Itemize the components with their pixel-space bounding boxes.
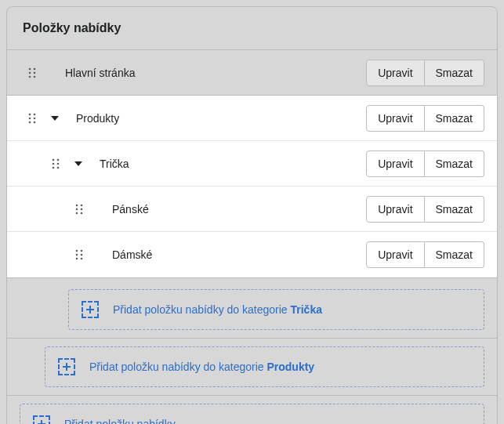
drag-handle-icon[interactable] [73,248,85,261]
svg-point-4 [29,75,31,78]
svg-point-9 [34,117,36,119]
menu-item-label: Hlavní stránka [65,67,366,79]
row-actions: Upravit Smazat [366,196,484,223]
add-dashed-icon [58,358,75,375]
svg-point-7 [34,113,36,115]
panel-title: Položky nabídky [7,7,497,50]
drag-handle-icon[interactable] [26,112,38,125]
add-item-label: Přidat položku nabídky do kategorie Prod… [89,361,314,373]
menu-item-row[interactable]: Dámské Upravit Smazat [7,232,497,277]
menu-item-label: Pánské [112,203,366,216]
row-actions: Upravit Smazat [366,105,484,132]
row-actions: Upravit Smazat [366,150,484,177]
svg-point-14 [53,162,55,165]
menu-item-row[interactable]: Hlavní stránka Upravit Smazat [7,50,497,96]
svg-point-16 [53,166,55,169]
edit-button[interactable]: Upravit [366,241,424,268]
edit-button[interactable]: Upravit [366,60,424,86]
svg-point-1 [34,67,36,70]
drag-handle-icon[interactable] [49,158,62,170]
drag-handle-icon[interactable] [73,203,85,216]
add-item-label: Přidat položku nabídky [64,418,176,424]
edit-button[interactable]: Upravit [366,105,424,132]
svg-point-15 [57,162,60,165]
expanded-group: Produkty Upravit Smazat Trička Upravit S… [7,96,497,278]
add-item-to-category-button[interactable]: Přidat položku nabídky do kategorie Trič… [68,289,484,330]
menu-item-label: Dámské [112,248,366,261]
add-item-to-category-button[interactable]: Přidat položku nabídky do kategorie Prod… [45,346,484,387]
add-item-label: Přidat položku nabídky do kategorie Trič… [113,303,322,316]
svg-point-22 [76,212,78,214]
chevron-down-icon[interactable] [73,158,84,169]
svg-point-12 [53,158,55,161]
svg-point-2 [29,71,31,74]
svg-point-10 [29,121,31,123]
row-actions: Upravit Smazat [366,241,484,268]
svg-point-11 [34,121,36,123]
menu-item-row[interactable]: Produkty Upravit Smazat [7,96,497,141]
delete-button[interactable]: Smazat [425,60,484,86]
add-dashed-icon [82,301,99,318]
svg-point-18 [76,204,78,206]
menu-item-row[interactable]: Pánské Upravit Smazat [7,187,497,232]
svg-point-20 [76,208,78,210]
svg-point-6 [29,113,31,115]
chevron-down-icon[interactable] [49,113,60,124]
svg-point-19 [81,204,83,206]
row-actions: Upravit Smazat [366,60,484,86]
edit-button[interactable]: Upravit [366,150,424,177]
svg-point-17 [57,166,60,169]
svg-point-5 [34,75,36,78]
svg-point-29 [81,258,83,260]
menu-item-row[interactable]: Trička Upravit Smazat [7,141,497,187]
svg-point-23 [81,212,83,214]
menu-item-label: Produkty [76,112,366,125]
svg-point-0 [29,67,31,70]
svg-point-25 [81,250,83,252]
delete-button[interactable]: Smazat [425,150,484,177]
svg-point-27 [81,254,83,256]
edit-button[interactable]: Upravit [366,196,424,223]
menu-items-panel: Položky nabídky Hlavní stránka Upravit S… [6,6,498,424]
svg-point-3 [34,71,36,74]
svg-point-26 [76,254,78,256]
menu-item-label: Trička [100,158,366,170]
svg-point-28 [76,258,78,260]
delete-button[interactable]: Smazat [425,105,484,132]
add-item-button[interactable]: Přidat položku nabídky [20,404,484,424]
svg-point-24 [76,250,78,252]
svg-point-8 [29,117,31,119]
delete-button[interactable]: Smazat [425,196,484,223]
svg-point-21 [81,208,83,210]
drag-handle-icon[interactable] [26,67,38,79]
svg-point-13 [57,158,60,161]
add-dashed-icon [33,415,50,424]
delete-button[interactable]: Smazat [425,241,484,268]
